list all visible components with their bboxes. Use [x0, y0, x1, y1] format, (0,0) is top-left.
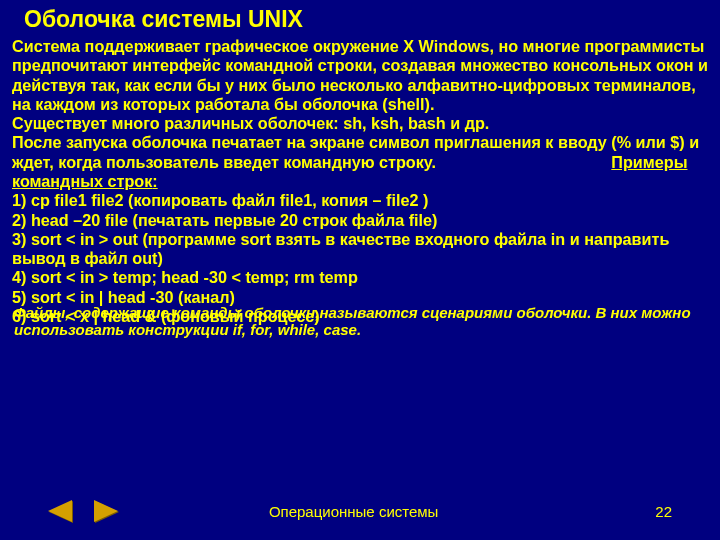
example-4: 4) sort < in > temp; head -30 < temp; rm… [12, 268, 358, 286]
slide-body: Система поддерживает графическое окружен… [0, 37, 720, 326]
next-button[interactable] [88, 498, 122, 524]
examples-colon: : [152, 172, 157, 190]
slide-footer: Операционные системы 22 [0, 498, 720, 524]
page-number: 22 [655, 503, 672, 520]
arrow-left-icon [48, 500, 72, 522]
example-3: 3) sort < in > out (программе sort взять… [12, 230, 669, 267]
script-note: Файлы, содержащие команды оболочки,назыв… [0, 304, 720, 339]
paragraph-3: После запуска оболочка печатает на экран… [12, 133, 699, 170]
paragraph-2: Существует много различных оболочек: sh,… [12, 114, 489, 132]
slide: Оболочка системы UNIX Система поддержива… [0, 0, 720, 540]
arrow-right-icon [94, 500, 118, 522]
footer-title: Операционные системы [52, 503, 655, 520]
example-5: 5) sort < in | head -30 (канал) [12, 288, 235, 306]
example-1: 1) cp file1 file2 (копировать файл file1… [12, 191, 428, 209]
prev-button[interactable] [44, 498, 78, 524]
slide-title: Оболочка системы UNIX [0, 0, 720, 37]
example-2: 2) head –20 file (печатать первые 20 стр… [12, 211, 437, 229]
paragraph-1: Система поддерживает графическое окружен… [12, 37, 708, 113]
